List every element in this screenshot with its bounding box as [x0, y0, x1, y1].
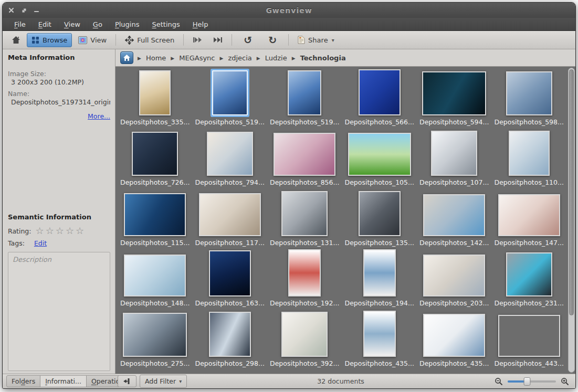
menu-edit[interactable]: Edit: [33, 19, 57, 30]
thumbnail-image[interactable]: [498, 315, 560, 357]
fullscreen-button[interactable]: Full Screen: [120, 33, 179, 48]
thumbnail-image[interactable]: [363, 249, 396, 296]
menu-go[interactable]: Go: [88, 19, 108, 30]
thumbnail-image[interactable]: [274, 133, 335, 176]
vertical-scrollbar[interactable]: [568, 68, 575, 373]
minimize-icon[interactable]: [33, 7, 40, 14]
tab-folders[interactable]: Folders: [6, 375, 40, 387]
thumbnail-label[interactable]: Depositphotos_598...: [495, 118, 564, 128]
breadcrumb-item-home[interactable]: Home: [145, 53, 166, 63]
home-button[interactable]: [7, 33, 25, 47]
thumbnail-image[interactable]: [209, 250, 251, 296]
thumbnail-image[interactable]: [509, 131, 550, 176]
thumbnail-label[interactable]: Depositphotos_142...: [419, 239, 489, 248]
tags-edit-link[interactable]: Edit: [34, 239, 47, 247]
thumbnail-label[interactable]: Depositphotos_131...: [270, 239, 339, 248]
rotate-left-button[interactable]: ↺: [236, 33, 259, 47]
thumbnail-image[interactable]: [207, 132, 253, 176]
zoom-slider[interactable]: [508, 380, 556, 383]
menu-help[interactable]: Help: [187, 19, 214, 30]
title-bar[interactable]: Gwenview: [3, 3, 575, 18]
thumbnail-label[interactable]: Depositphotos_275...: [120, 359, 190, 369]
thumbnail-label[interactable]: Depositphotos_194...: [345, 299, 414, 309]
rotate-right-button[interactable]: ↻: [261, 33, 284, 47]
zoom-slider-thumb[interactable]: [523, 377, 530, 386]
thumbnail-image[interactable]: [212, 70, 248, 115]
thumbnail-image[interactable]: [281, 191, 328, 236]
thumbnail-label[interactable]: Depositphotos_443...: [495, 359, 564, 369]
breadcrumb-item-ludzie[interactable]: Ludzie: [265, 53, 288, 63]
thumbnail-image[interactable]: [423, 314, 485, 357]
zoom-in-icon[interactable]: [561, 377, 569, 386]
menu-view[interactable]: View: [59, 19, 86, 30]
tab-informati[interactable]: Informati...: [40, 375, 87, 387]
thumbnail-label[interactable]: Depositphotos_566...: [345, 118, 414, 128]
thumbnail-label[interactable]: Depositphotos_298...: [195, 359, 265, 369]
go-last-button[interactable]: [208, 34, 227, 46]
thumbnail-label[interactable]: Depositphotos_435...: [345, 359, 414, 369]
breadcrumb-item-technologia[interactable]: Technologia: [300, 53, 346, 63]
thumbnail-image[interactable]: [423, 194, 485, 236]
thumbnail-image[interactable]: [288, 249, 321, 296]
thumbnail-label[interactable]: Depositphotos_519...: [270, 118, 339, 128]
menu-settings[interactable]: Settings: [146, 19, 185, 30]
thumbnail-image[interactable]: [431, 131, 477, 176]
breadcrumb-item-zdjecia[interactable]: zdjecia: [227, 53, 252, 63]
browse-button[interactable]: Browse: [27, 33, 72, 47]
thumbnail-label[interactable]: Depositphotos_203...: [419, 299, 489, 309]
thumbnail-label[interactable]: Depositphotos_392...: [270, 359, 339, 369]
collapse-sidebar-button[interactable]: [118, 375, 136, 387]
add-filter-button[interactable]: Add Filter ▾: [140, 375, 187, 388]
thumbnail-label[interactable]: Depositphotos_147...: [495, 239, 564, 248]
more-link[interactable]: More...: [88, 112, 110, 120]
thumbnail-label[interactable]: Depositphotos_519...: [195, 118, 265, 128]
description-input[interactable]: [8, 252, 110, 371]
scrollbar-thumb[interactable]: [569, 69, 574, 315]
thumbnail-label[interactable]: Depositphotos_110...: [495, 178, 564, 188]
thumbnail-image[interactable]: [209, 312, 251, 357]
thumbnail-label[interactable]: Depositphotos_105...: [345, 178, 414, 188]
thumbnail-label[interactable]: Depositphotos_163...: [195, 299, 265, 309]
thumbnail-image[interactable]: [288, 70, 321, 115]
thumbnail-image[interactable]: [423, 255, 485, 296]
menu-file[interactable]: File: [9, 19, 31, 30]
thumbnail-image[interactable]: [281, 312, 328, 357]
thumbnail-label[interactable]: Depositphotos_192...: [270, 299, 339, 309]
thumbnail-label[interactable]: Depositphotos_148...: [120, 299, 190, 309]
thumbnail-image[interactable]: [506, 71, 552, 115]
thumbnail-label[interactable]: Depositphotos_726...: [120, 178, 190, 188]
share-button[interactable]: Share ▾: [293, 33, 339, 47]
thumbnail-image[interactable]: [199, 193, 261, 236]
zoom-out-icon[interactable]: [495, 377, 503, 386]
thumbnail-image[interactable]: [359, 69, 401, 115]
thumbnail-image[interactable]: [506, 252, 552, 296]
thumbnail-label[interactable]: Depositphotos_117...: [195, 239, 265, 248]
thumbnail-image[interactable]: [422, 71, 486, 115]
thumbnail-label[interactable]: Depositphotos_435...: [419, 359, 489, 369]
view-button[interactable]: View: [73, 33, 111, 47]
maximize-icon[interactable]: [20, 7, 27, 14]
menu-plugins[interactable]: Plugins: [110, 19, 145, 30]
thumbnail-image[interactable]: [124, 255, 186, 296]
breadcrumb-home-button[interactable]: [120, 51, 133, 64]
thumbnail-label[interactable]: Depositphotos_856...: [270, 178, 339, 188]
thumbnail-label[interactable]: Depositphotos_335...: [120, 118, 190, 128]
thumbnail-image[interactable]: [363, 311, 396, 357]
thumbnail-image[interactable]: [132, 132, 178, 176]
rating-stars[interactable]: ☆☆☆☆☆: [36, 226, 86, 236]
thumbnail-label[interactable]: Depositphotos_794...: [195, 178, 265, 188]
thumbnail-label[interactable]: Depositphotos_107...: [419, 178, 489, 188]
thumbnail-image[interactable]: [139, 70, 171, 115]
thumbnail-image[interactable]: [359, 191, 401, 236]
close-icon[interactable]: [8, 7, 15, 14]
thumbnail-label[interactable]: Depositphotos_135...: [345, 239, 414, 248]
go-first-button[interactable]: [188, 34, 207, 46]
thumbnail-image[interactable]: [348, 133, 411, 176]
thumbnail-image[interactable]: [498, 194, 560, 236]
breadcrumb-item-megasync[interactable]: MEGAsync: [178, 53, 215, 63]
thumbnail-label[interactable]: Depositphotos_594...: [419, 118, 489, 128]
thumbnail-image[interactable]: [124, 193, 186, 236]
thumbnail-image[interactable]: [123, 313, 187, 357]
thumbnail-label[interactable]: Depositphotos_115...: [120, 239, 190, 248]
thumbnail-label[interactable]: Depositphotos_231...: [495, 299, 564, 309]
